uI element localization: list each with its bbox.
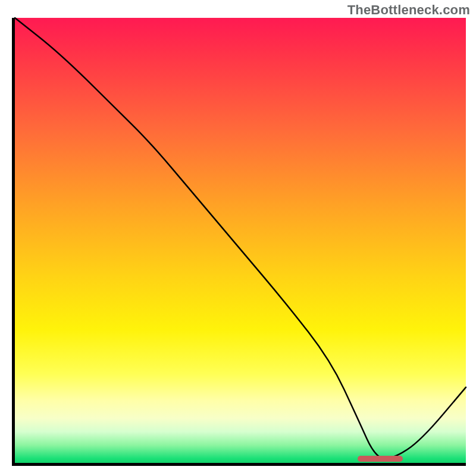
watermark-text: TheBottleneck.com [347, 2, 470, 18]
curve-svg [15, 18, 466, 463]
optimum-marker [358, 456, 403, 462]
plot-area [12, 18, 466, 466]
bottleneck-curve-path [15, 18, 466, 459]
chart-frame: TheBottleneck.com [0, 0, 476, 476]
